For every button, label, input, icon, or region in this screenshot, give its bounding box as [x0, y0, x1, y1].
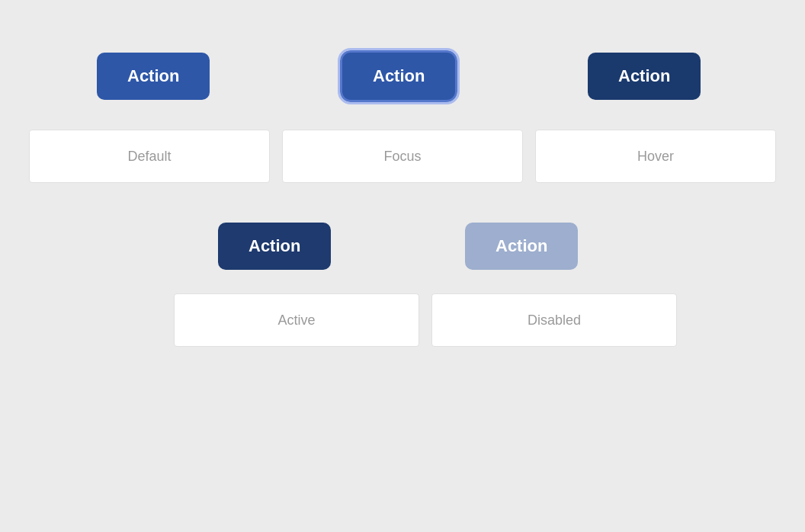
active-button[interactable]: Action	[218, 223, 331, 270]
focus-label-box: Focus	[282, 130, 523, 183]
disabled-label-box: Disabled	[431, 293, 677, 347]
default-label: Default	[127, 149, 171, 165]
hover-button[interactable]: Action	[588, 53, 701, 100]
active-label: Active	[277, 312, 315, 328]
label-row-2: Active Disabled	[174, 293, 677, 347]
hover-label-box: Hover	[535, 130, 776, 183]
disabled-button: Action	[465, 223, 578, 270]
button-row-2: Action Action	[0, 213, 805, 278]
disabled-label: Disabled	[528, 312, 581, 328]
button-row-1: Action Action Action	[0, 38, 805, 114]
default-button[interactable]: Action	[97, 53, 210, 100]
focus-button[interactable]: Action	[340, 50, 457, 102]
focus-label: Focus	[383, 149, 421, 165]
default-label-box: Default	[29, 130, 270, 183]
hover-label: Hover	[637, 149, 674, 165]
page-container: Action Action Action Default Focus Hover…	[0, 0, 805, 532]
label-row-1: Default Focus Hover	[29, 130, 776, 183]
active-label-box: Active	[174, 293, 419, 347]
